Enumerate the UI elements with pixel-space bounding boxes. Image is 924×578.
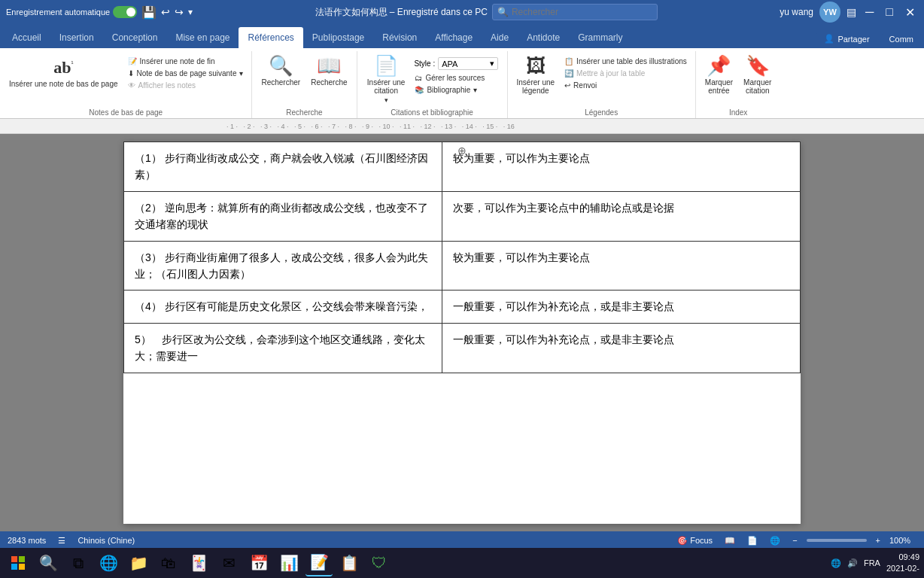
save-icon[interactable]: 💾 bbox=[141, 5, 157, 20]
search-box[interactable]: 🔍 bbox=[492, 4, 658, 20]
next-footnote-btn[interactable]: ⬇ Note de bas de page suivante ▾ bbox=[124, 68, 248, 79]
read-mode-btn[interactable]: 📖 bbox=[722, 536, 738, 546]
taskbar-ppt-icon: 📋 bbox=[340, 554, 359, 572]
gerer-sources-btn[interactable]: 🗂 Gérer les sources bbox=[411, 72, 501, 84]
time-display: 09:49 bbox=[886, 552, 919, 563]
marquer-entree-btn[interactable]: 📌 Marquerentrée bbox=[701, 53, 737, 98]
rechercher-btn[interactable]: 🔍 Rechercher bbox=[257, 53, 305, 90]
table-cell-3-2[interactable]: 较为重要，可以作为主要论点 bbox=[442, 241, 800, 291]
bibliographie-btn[interactable]: 📚 Bibliographie ▾ bbox=[411, 84, 501, 96]
tab-insertion[interactable]: Insertion bbox=[50, 27, 103, 48]
style-selector[interactable]: Style : APA ▾ bbox=[411, 56, 501, 71]
tab-miseenpage[interactable]: Mise en page bbox=[166, 27, 239, 48]
table-cell-2-1[interactable]: （2） 逆向思考：就算所有的商业街都改成公交线，也改变不了交通堵塞的现状 bbox=[124, 191, 442, 241]
table-cell-4-1[interactable]: （4） 步行区有可能是历史文化景区，公交线会带来噪音污染， bbox=[124, 291, 442, 323]
taskbar-excel[interactable]: 📊 bbox=[275, 549, 302, 576]
taskbar-mail[interactable]: ✉ bbox=[215, 549, 242, 576]
taskbar-word-icon: 📝 bbox=[310, 553, 329, 571]
zoom-in-btn[interactable]: + bbox=[873, 536, 883, 545]
taskbar-outlook[interactable]: 📅 bbox=[245, 549, 272, 576]
start-button[interactable] bbox=[5, 549, 32, 576]
web-layout-btn[interactable]: 🌐 bbox=[767, 536, 783, 546]
table-cell-5-1[interactable]: 5） 步行区改为公交线，会牵涉到这个地区交通线路，变化太大；需要进一 bbox=[124, 323, 442, 373]
svg-rect-2 bbox=[11, 564, 17, 570]
taskbar-search[interactable]: 🔍 bbox=[35, 549, 62, 576]
undo-icon[interactable]: ↩ bbox=[161, 6, 170, 18]
ribbon-toggle-icon[interactable]: ▤ bbox=[846, 6, 856, 18]
autosave-switch[interactable] bbox=[113, 6, 137, 18]
maximize-icon[interactable]: □ bbox=[883, 5, 896, 19]
word-count[interactable]: 2843 mots bbox=[8, 536, 46, 545]
taskbar-store-icon: 🛍 bbox=[161, 555, 176, 572]
inserer-citation-btn[interactable]: 📄 Insérer unecitation ▾ bbox=[363, 53, 410, 107]
table-cell-3-1[interactable]: （3） 步行商业街雇佣了很多人，改成公交线，很多人会为此失业；（石川图人力因素） bbox=[124, 241, 442, 291]
svg-rect-3 bbox=[19, 564, 25, 570]
recherche2-icon: 📖 bbox=[317, 56, 341, 75]
language[interactable]: Chinois (Chine) bbox=[78, 536, 135, 545]
table-cell-5-2[interactable]: 一般重要，可以作为补充论点，或是非主要论点 bbox=[442, 323, 800, 373]
marquer-citation-btn[interactable]: 🔖 Marquercitation bbox=[739, 53, 776, 98]
taskbar-sound-icon[interactable]: 🔊 bbox=[847, 558, 858, 568]
taskbar-network-icon[interactable]: 🌐 bbox=[831, 558, 841, 568]
tab-publipostage[interactable]: Publipostage bbox=[303, 27, 373, 48]
tab-references[interactable]: Références bbox=[239, 27, 302, 48]
autosave-toggle[interactable]: Enregistrement automatique bbox=[6, 6, 137, 18]
table-cell-1-2[interactable]: 较为重要，可以作为主要论点 bbox=[442, 142, 800, 192]
style-dropdown[interactable]: APA ▾ bbox=[438, 57, 498, 70]
title-bar-center: 法语作文如何构思 – Enregistré dans ce PC 🔍 bbox=[193, 4, 780, 20]
taskbar-store[interactable]: 🛍 bbox=[155, 549, 182, 576]
renvoi-btn[interactable]: ↩ Renvoi bbox=[561, 80, 691, 91]
show-notes-btn[interactable]: 👁 Afficher les notes bbox=[124, 80, 248, 91]
print-layout-btn[interactable]: 📄 bbox=[744, 536, 761, 546]
table-illustrations-btn[interactable]: 📋 Insérer une table des illustrations bbox=[561, 56, 691, 67]
mettre-a-jour-btn[interactable]: 🔄 Mettre à jour la table bbox=[561, 68, 691, 79]
taskbar-edge[interactable]: 🌐 bbox=[95, 549, 122, 576]
redo-icon[interactable]: ↪ bbox=[175, 6, 184, 18]
dropdown-arrow: ▾ bbox=[239, 69, 243, 78]
tab-conception[interactable]: Conception bbox=[103, 27, 167, 48]
focus-btn[interactable]: 🎯 Focus bbox=[674, 536, 716, 546]
add-row-btn[interactable]: ⊕ bbox=[457, 144, 467, 157]
insert-endnote-btn[interactable]: 📝 Insérer une note de fin bbox=[124, 56, 248, 67]
word-count-icon[interactable]: ☰ bbox=[58, 536, 65, 546]
citations-content: 📄 Insérer unecitation ▾ Style : APA ▾ 🗂 … bbox=[363, 53, 501, 107]
taskbar-explorer[interactable]: 📁 bbox=[125, 549, 152, 576]
table-row: 5） 步行区改为公交线，会牵涉到这个地区交通线路，变化太大；需要进一 一般重要，… bbox=[124, 323, 801, 373]
taskbar-word[interactable]: 📝 bbox=[305, 549, 333, 576]
share-button[interactable]: 👤 Partager bbox=[816, 32, 877, 46]
tab-grammarly[interactable]: Grammarly bbox=[569, 27, 631, 48]
sources-label: Gérer les sources bbox=[425, 74, 485, 82]
taskbar-time[interactable]: 09:49 2021-02- bbox=[886, 552, 919, 575]
style-label: Style : bbox=[414, 59, 435, 68]
table-illus-label: Insérer une table des illustrations bbox=[576, 57, 687, 65]
comm-button[interactable]: Comm bbox=[882, 32, 921, 46]
close-icon[interactable]: ✕ bbox=[902, 5, 918, 20]
taskbar-solitaire[interactable]: 🃏 bbox=[185, 549, 212, 576]
tab-revision[interactable]: Révision bbox=[373, 27, 426, 48]
taskbar-language[interactable]: FRA bbox=[864, 558, 880, 567]
tab-affichage[interactable]: Affichage bbox=[426, 27, 482, 48]
windows-logo bbox=[11, 555, 26, 570]
recherche2-btn[interactable]: 📖 Recherche bbox=[306, 53, 351, 90]
table-cell-4-2[interactable]: 一般重要，可以作为补充论点，或是非主要论点 bbox=[442, 291, 800, 323]
zoom-slider[interactable] bbox=[807, 539, 867, 542]
tab-antidote[interactable]: Antidote bbox=[518, 27, 569, 48]
legende-icon: 🖼 bbox=[526, 56, 546, 75]
search-input[interactable] bbox=[512, 7, 647, 17]
taskbar-powerpoint[interactable]: 📋 bbox=[336, 549, 363, 576]
minimize-icon[interactable]: ─ bbox=[862, 5, 877, 19]
inserer-legende-btn[interactable]: 🖼 Insérer unelégende bbox=[512, 53, 560, 98]
zoom-out-btn[interactable]: − bbox=[789, 536, 800, 545]
insert-footnote-btn[interactable]: ab¹ Insérer une note de bas de page bbox=[5, 53, 123, 91]
user-avatar[interactable]: YW bbox=[819, 2, 840, 23]
table-cell-1-1[interactable]: （1） 步行商业街改成公交，商户就会收入锐减（石川图经济因素） bbox=[124, 142, 442, 192]
ribbon-group-legendes: 🖼 Insérer unelégende 📋 Insérer une table… bbox=[508, 51, 696, 118]
tab-accueil[interactable]: Accueil bbox=[3, 27, 50, 48]
taskbar-taskview[interactable]: ⧉ bbox=[65, 549, 92, 576]
tab-aide[interactable]: Aide bbox=[482, 27, 518, 48]
table-cell-2-2[interactable]: 次要，可以作为主要论点中的辅助论点或是论据 bbox=[442, 191, 800, 241]
insert-footnote-label: Insérer une note de bas de page bbox=[9, 80, 118, 88]
zoom-in-icon: + bbox=[876, 536, 880, 545]
autosave-knob bbox=[126, 8, 135, 17]
taskbar-security[interactable]: 🛡 bbox=[366, 549, 393, 576]
